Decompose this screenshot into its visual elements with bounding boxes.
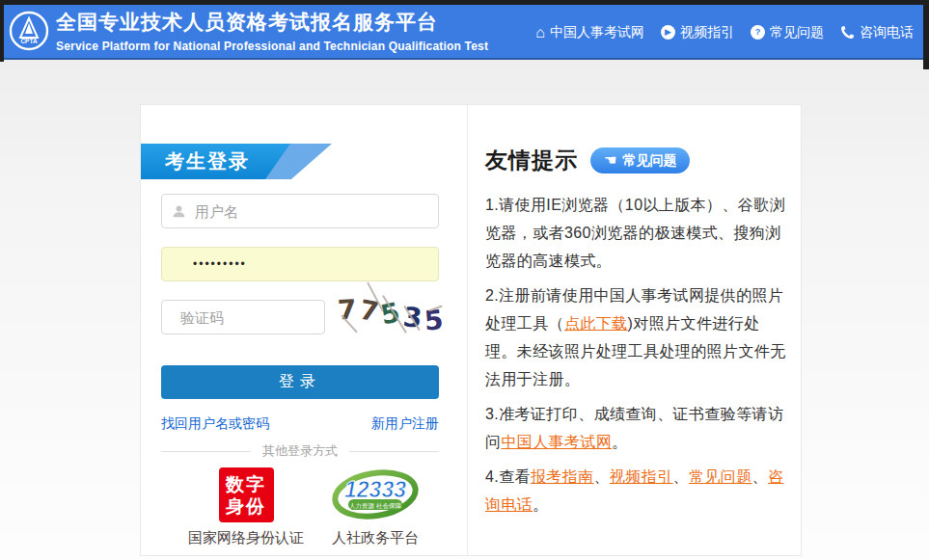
12333-login[interactable]: 12333 人力资源 社会保障 人社政务平台	[331, 467, 420, 547]
password-field	[161, 247, 439, 281]
username-input[interactable]	[195, 203, 428, 220]
phone-icon	[840, 25, 855, 40]
12333-icon: 12333 人力资源 社会保障	[331, 467, 420, 522]
tips-heading: 友情提示	[485, 146, 578, 175]
tip-paragraph: 2.注册前请使用中国人事考试网提供的照片处理工具（点此下载)对照片文件进行处理。…	[485, 281, 787, 393]
page: CPTA 全国专业技术人员资格考试报名服务平台 Service Platform…	[0, 0, 929, 560]
window-edge-right	[923, 0, 929, 69]
nav-link-video-guide[interactable]: ▶ 视频指引	[661, 24, 734, 41]
question-icon: ?	[751, 25, 765, 40]
home-icon: ⌂	[535, 25, 545, 40]
captcha-image[interactable]: 77535	[334, 290, 448, 346]
tip-link[interactable]: 视频指引	[610, 468, 673, 485]
digital-id-text-line2: 身份	[226, 495, 266, 518]
12333-number: 12333	[344, 477, 406, 502]
person-icon	[172, 204, 186, 219]
tip-link[interactable]: 报考指南	[531, 468, 594, 485]
video-icon: ▶	[661, 25, 675, 40]
nav-label: 视频指引	[680, 24, 734, 41]
login-panel-title: 考生登录	[165, 144, 250, 179]
register-link[interactable]: 新用户注册	[371, 415, 439, 433]
password-input[interactable]	[172, 257, 428, 271]
12333-sub-text: 人力资源 社会保障	[349, 502, 401, 510]
login-panel-banner: 考生登录	[141, 144, 343, 179]
faq-button-label: 常见问题	[622, 152, 676, 170]
tip-link[interactable]: 点此下载	[564, 315, 628, 332]
pointing-hand-icon: ☚	[604, 152, 616, 167]
title-block: 全国专业技术人员资格考试报名服务平台 Service Platform for …	[56, 9, 488, 53]
tip-link[interactable]: 常见问题	[689, 468, 752, 485]
tip-text: 4.查看	[485, 468, 531, 485]
forgot-password-link[interactable]: 找回用户名或密码	[161, 415, 269, 433]
digital-id-text-line1: 数字	[226, 473, 266, 495]
tip-text: 、	[594, 468, 610, 485]
tip-paragraph: 4.查看报考指南、视频指引、常见问题、咨询电话。	[485, 463, 787, 519]
cpta-logo-icon: CPTA	[9, 11, 49, 51]
nav-link-faq[interactable]: ? 常见问题	[751, 24, 824, 41]
window-edge-left	[0, 0, 4, 62]
username-field	[161, 194, 439, 228]
divider-line	[349, 451, 439, 452]
main-card: 考生登录 77535	[140, 104, 802, 556]
nav-label: 中国人事考试网	[550, 24, 644, 41]
tip-text: 1.请使用IE浏览器（10以上版本）、谷歌浏览器，或者360浏览器的极速模式、搜…	[485, 197, 785, 269]
digital-id-login[interactable]: 数字 身份 国家网络身份认证	[188, 467, 304, 547]
faq-button[interactable]: ☚ 常见问题	[590, 147, 690, 173]
12333-label: 人社政务平台	[332, 529, 419, 547]
login-button[interactable]: 登录	[161, 365, 439, 399]
tip-paragraph: 1.请使用IE浏览器（10以上版本）、谷歌浏览器，或者360浏览器的极速模式、搜…	[485, 191, 787, 275]
tip-paragraph: 3.准考证打印、成绩查询、证书查验等请访问中国人事考试网。	[485, 400, 787, 456]
svg-text:CPTA: CPTA	[20, 38, 38, 44]
captcha-digits: 77535	[334, 290, 448, 346]
login-methods: 数字 身份 国家网络身份认证 12333	[141, 467, 467, 547]
tip-text: 。	[612, 434, 627, 450]
window-edge-top	[0, 0, 929, 5]
nav-label: 常见问题	[770, 24, 824, 41]
captcha-digit: 5	[379, 299, 403, 329]
tip-text: 。	[533, 496, 548, 513]
digital-id-label: 国家网络身份认证	[188, 529, 304, 547]
tip-link[interactable]: 中国人事考试网	[501, 434, 612, 450]
other-login-divider: 其他登录方式	[161, 442, 439, 460]
header-nav: ⌂ 中国人事考试网 ▶ 视频指引 ? 常见问题 咨询电话	[535, 5, 914, 60]
site-subtitle: Service Platform for National Profession…	[56, 40, 488, 53]
digital-id-icon: 数字 身份	[219, 467, 274, 522]
nav-link-hotline[interactable]: 咨询电话	[840, 24, 914, 41]
divider-line	[161, 451, 251, 452]
captcha-digit: 5	[424, 307, 445, 335]
tip-text: 、	[752, 468, 768, 485]
nav-label: 咨询电话	[860, 24, 914, 41]
tip-text: 、	[673, 468, 689, 485]
tips-header: 友情提示 ☚ 常见问题	[485, 146, 787, 175]
nav-link-cpta-site[interactable]: ⌂ 中国人事考试网	[535, 24, 644, 41]
tips-panel: 友情提示 ☚ 常见问题 1.请使用IE浏览器（10以上版本）、谷歌浏览器，或者3…	[468, 105, 801, 555]
login-panel: 考生登录 77535	[141, 105, 467, 555]
tips-list: 1.请使用IE浏览器（10以上版本）、谷歌浏览器，或者360浏览器的极速模式、搜…	[485, 191, 787, 519]
captcha-field	[161, 300, 325, 334]
header: CPTA 全国专业技术人员资格考试报名服务平台 Service Platform…	[0, 0, 929, 60]
site-title: 全国专业技术人员资格考试报名服务平台	[56, 9, 488, 36]
other-login-label: 其他登录方式	[262, 442, 338, 460]
